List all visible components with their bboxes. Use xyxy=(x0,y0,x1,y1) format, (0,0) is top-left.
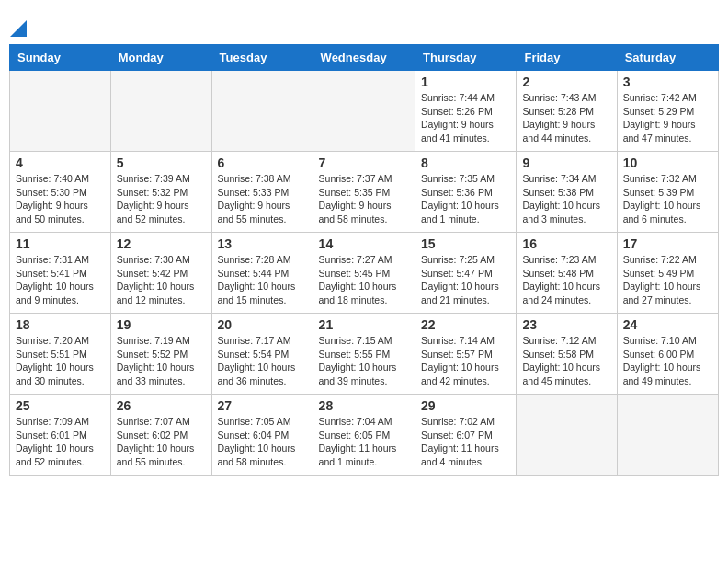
calendar-cell: 15Sunrise: 7:25 AMSunset: 5:47 PMDayligh… xyxy=(415,233,517,314)
calendar-cell: 13Sunrise: 7:28 AMSunset: 5:44 PMDayligh… xyxy=(211,233,313,314)
day-number: 14 xyxy=(319,236,409,251)
calendar-cell xyxy=(313,71,415,152)
calendar-cell: 5Sunrise: 7:39 AMSunset: 5:32 PMDaylight… xyxy=(110,152,211,233)
calendar-week-2: 4Sunrise: 7:40 AMSunset: 5:30 PMDaylight… xyxy=(10,152,719,233)
day-info: Sunrise: 7:44 AMSunset: 5:26 PMDaylight:… xyxy=(421,91,510,145)
day-number: 2 xyxy=(522,75,610,89)
calendar-cell xyxy=(517,395,617,476)
day-number: 17 xyxy=(623,236,712,251)
day-number: 24 xyxy=(623,317,712,332)
day-info: Sunrise: 7:37 AMSunset: 5:35 PMDaylight:… xyxy=(319,172,409,226)
day-number: 8 xyxy=(421,155,510,170)
day-info: Sunrise: 7:14 AMSunset: 5:57 PMDaylight:… xyxy=(421,334,510,388)
calendar-cell: 12Sunrise: 7:30 AMSunset: 5:42 PMDayligh… xyxy=(110,233,211,314)
day-number: 27 xyxy=(218,398,307,413)
calendar-cell: 7Sunrise: 7:37 AMSunset: 5:35 PMDaylight… xyxy=(313,152,415,233)
calendar-cell: 2Sunrise: 7:43 AMSunset: 5:28 PMDaylight… xyxy=(517,71,617,152)
calendar-cell: 17Sunrise: 7:22 AMSunset: 5:49 PMDayligh… xyxy=(617,233,718,314)
calendar-cell xyxy=(10,71,111,152)
day-info: Sunrise: 7:17 AMSunset: 5:54 PMDaylight:… xyxy=(218,334,307,388)
weekday-header-sunday: Sunday xyxy=(10,45,111,71)
calendar-week-1: 1Sunrise: 7:44 AMSunset: 5:26 PMDaylight… xyxy=(10,71,719,152)
day-number: 23 xyxy=(522,317,610,332)
day-info: Sunrise: 7:39 AMSunset: 5:32 PMDaylight:… xyxy=(117,172,206,226)
day-info: Sunrise: 7:04 AMSunset: 6:05 PMDaylight:… xyxy=(319,415,409,469)
day-info: Sunrise: 7:23 AMSunset: 5:48 PMDaylight:… xyxy=(522,253,610,307)
calendar-cell: 22Sunrise: 7:14 AMSunset: 5:57 PMDayligh… xyxy=(415,314,517,395)
calendar-cell: 19Sunrise: 7:19 AMSunset: 5:52 PMDayligh… xyxy=(110,314,211,395)
day-number: 6 xyxy=(218,155,307,170)
weekday-header-friday: Friday xyxy=(517,45,617,71)
day-number: 18 xyxy=(16,317,105,332)
day-number: 10 xyxy=(623,155,712,170)
day-info: Sunrise: 7:32 AMSunset: 5:39 PMDaylight:… xyxy=(623,172,712,226)
calendar-cell: 4Sunrise: 7:40 AMSunset: 5:30 PMDaylight… xyxy=(10,152,111,233)
header xyxy=(9,9,719,37)
day-info: Sunrise: 7:15 AMSunset: 5:55 PMDaylight:… xyxy=(319,334,409,388)
day-info: Sunrise: 7:05 AMSunset: 6:04 PMDaylight:… xyxy=(218,415,307,469)
calendar-cell: 20Sunrise: 7:17 AMSunset: 5:54 PMDayligh… xyxy=(211,314,313,395)
calendar-cell xyxy=(110,71,211,152)
logo-icon xyxy=(10,17,27,37)
day-info: Sunrise: 7:28 AMSunset: 5:44 PMDaylight:… xyxy=(218,253,307,307)
day-number: 29 xyxy=(421,398,510,413)
day-number: 1 xyxy=(421,75,510,89)
calendar-cell: 23Sunrise: 7:12 AMSunset: 5:58 PMDayligh… xyxy=(517,314,617,395)
weekday-header-thursday: Thursday xyxy=(415,45,517,71)
calendar-cell: 29Sunrise: 7:02 AMSunset: 6:07 PMDayligh… xyxy=(415,395,517,476)
day-info: Sunrise: 7:27 AMSunset: 5:45 PMDaylight:… xyxy=(319,253,409,307)
calendar-cell: 10Sunrise: 7:32 AMSunset: 5:39 PMDayligh… xyxy=(617,152,718,233)
day-info: Sunrise: 7:43 AMSunset: 5:28 PMDaylight:… xyxy=(522,91,610,145)
calendar-cell: 8Sunrise: 7:35 AMSunset: 5:36 PMDaylight… xyxy=(415,152,517,233)
calendar-week-3: 11Sunrise: 7:31 AMSunset: 5:41 PMDayligh… xyxy=(10,233,719,314)
day-number: 21 xyxy=(319,317,409,332)
day-info: Sunrise: 7:34 AMSunset: 5:38 PMDaylight:… xyxy=(522,172,610,226)
svg-marker-0 xyxy=(10,20,27,37)
day-info: Sunrise: 7:40 AMSunset: 5:30 PMDaylight:… xyxy=(16,172,105,226)
day-number: 13 xyxy=(218,236,307,251)
day-info: Sunrise: 7:31 AMSunset: 5:41 PMDaylight:… xyxy=(16,253,105,307)
calendar-cell: 27Sunrise: 7:05 AMSunset: 6:04 PMDayligh… xyxy=(211,395,313,476)
weekday-header-saturday: Saturday xyxy=(617,45,718,71)
day-info: Sunrise: 7:07 AMSunset: 6:02 PMDaylight:… xyxy=(117,415,206,469)
day-info: Sunrise: 7:42 AMSunset: 5:29 PMDaylight:… xyxy=(623,91,712,145)
day-info: Sunrise: 7:35 AMSunset: 5:36 PMDaylight:… xyxy=(421,172,510,226)
calendar-cell: 9Sunrise: 7:34 AMSunset: 5:38 PMDaylight… xyxy=(517,152,617,233)
day-info: Sunrise: 7:10 AMSunset: 6:00 PMDaylight:… xyxy=(623,334,712,388)
calendar-cell: 25Sunrise: 7:09 AMSunset: 6:01 PMDayligh… xyxy=(10,395,111,476)
day-number: 5 xyxy=(117,155,206,170)
calendar-cell xyxy=(617,395,718,476)
calendar-cell: 3Sunrise: 7:42 AMSunset: 5:29 PMDaylight… xyxy=(617,71,718,152)
day-info: Sunrise: 7:38 AMSunset: 5:33 PMDaylight:… xyxy=(218,172,307,226)
day-info: Sunrise: 7:09 AMSunset: 6:01 PMDaylight:… xyxy=(16,415,105,469)
weekday-header-wednesday: Wednesday xyxy=(313,45,415,71)
day-info: Sunrise: 7:12 AMSunset: 5:58 PMDaylight:… xyxy=(522,334,610,388)
day-info: Sunrise: 7:20 AMSunset: 5:51 PMDaylight:… xyxy=(16,334,105,388)
day-number: 3 xyxy=(623,75,712,89)
day-number: 11 xyxy=(16,236,105,251)
day-info: Sunrise: 7:25 AMSunset: 5:47 PMDaylight:… xyxy=(421,253,510,307)
day-number: 4 xyxy=(16,155,105,170)
day-number: 28 xyxy=(319,398,409,413)
day-number: 15 xyxy=(421,236,510,251)
calendar-cell: 16Sunrise: 7:23 AMSunset: 5:48 PMDayligh… xyxy=(517,233,617,314)
day-number: 7 xyxy=(319,155,409,170)
weekday-header-monday: Monday xyxy=(110,45,211,71)
calendar-cell: 14Sunrise: 7:27 AMSunset: 5:45 PMDayligh… xyxy=(313,233,415,314)
day-info: Sunrise: 7:19 AMSunset: 5:52 PMDaylight:… xyxy=(117,334,206,388)
calendar-cell: 11Sunrise: 7:31 AMSunset: 5:41 PMDayligh… xyxy=(10,233,111,314)
day-number: 25 xyxy=(16,398,105,413)
calendar-cell: 24Sunrise: 7:10 AMSunset: 6:00 PMDayligh… xyxy=(617,314,718,395)
day-number: 9 xyxy=(522,155,610,170)
calendar-week-5: 25Sunrise: 7:09 AMSunset: 6:01 PMDayligh… xyxy=(10,395,719,476)
logo xyxy=(9,9,27,37)
calendar-cell: 1Sunrise: 7:44 AMSunset: 5:26 PMDaylight… xyxy=(415,71,517,152)
day-number: 20 xyxy=(218,317,307,332)
calendar-cell: 21Sunrise: 7:15 AMSunset: 5:55 PMDayligh… xyxy=(313,314,415,395)
calendar-cell: 28Sunrise: 7:04 AMSunset: 6:05 PMDayligh… xyxy=(313,395,415,476)
calendar-cell: 6Sunrise: 7:38 AMSunset: 5:33 PMDaylight… xyxy=(211,152,313,233)
day-number: 19 xyxy=(117,317,206,332)
day-info: Sunrise: 7:30 AMSunset: 5:42 PMDaylight:… xyxy=(117,253,206,307)
calendar-cell: 18Sunrise: 7:20 AMSunset: 5:51 PMDayligh… xyxy=(10,314,111,395)
day-info: Sunrise: 7:22 AMSunset: 5:49 PMDaylight:… xyxy=(623,253,712,307)
